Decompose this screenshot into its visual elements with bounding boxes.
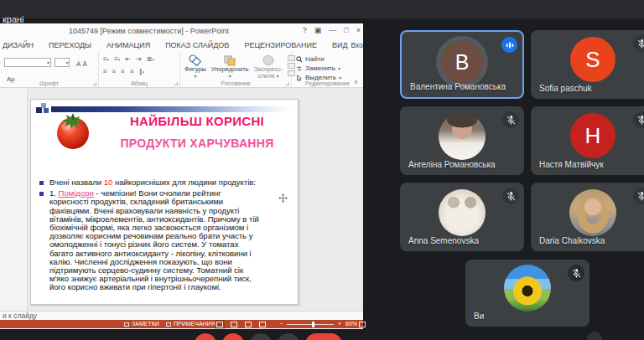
participant-name: Настя Матвійчук [539,160,604,169]
slide-title-line2: ПРОДУКТИ ХАРЧУВАННЯ [101,137,293,150]
avatar: S [570,37,615,82]
tab-design[interactable]: ДИЗАЙН [0,41,41,49]
participant-name: Ангеліна Романовська [408,160,496,169]
find-icon [296,56,303,63]
meet-window: крані 1045749 [Режим совместимости] - Po… [0,0,644,340]
raise-hand-button[interactable] [278,333,299,340]
mic-off-icon [633,35,644,52]
mic-off-icon [502,111,519,128]
slide-body-text: Вчені назвали 10 найкорисніших для людин… [39,178,259,295]
font-dialog-launcher[interactable] [93,82,96,85]
comments-icon [166,322,171,327]
slide-sorter-view-button[interactable] [231,322,237,327]
slide-thumbnails-panel[interactable] [0,88,28,311]
collapse-ribbon-button[interactable]: ∧ [354,79,358,85]
mic-off-icon [633,188,644,204]
slide-canvas[interactable]: НАЙБІЛЬШ КОРИСНІ ПРОДУКТИ ХАРЧУВАННЯ Вче… [30,99,299,305]
avatar: H [570,113,615,158]
more-participants-button[interactable] [587,332,602,340]
replace-button[interactable]: Заменить▾ [296,64,360,72]
ribbon-group-font: ▾ ▾ А́ А̌ Ар Ж К Ч S AV Aa A Шрифт [0,52,99,87]
screen-share-banner-text: крані [3,14,24,24]
justify-button[interactable]: ≡ [130,68,134,76]
mic-off-icon [568,265,584,281]
maximize-button[interactable]: □ [344,26,348,34]
participant-tile[interactable]: Ангеліна Романовська [400,106,524,175]
participant-tile[interactable]: H Настя Матвійчук [531,106,644,175]
tab-animations[interactable]: АНИМАЦИЯ [99,41,158,49]
zoom-slider[interactable] [287,324,334,325]
slideshow-view-button[interactable] [259,322,266,327]
font-size-combo[interactable]: ▾ [55,58,70,67]
zoom-slider-thumb[interactable] [312,322,314,327]
ribbon-tab-bar: ДИЗАЙН ПЕРЕХОДЫ АНИМАЦИЯ ПОКАЗ СЛАЙДОВ Р… [0,39,363,52]
avatar-photo [504,265,551,312]
shapes-button[interactable]: Фигуры▾ [184,54,206,80]
ribbon-group-editing: Найти Заменить▾ Выделить▾ [292,52,363,87]
bullet-list-button[interactable]: ≡▾ [103,55,109,64]
align-right-button[interactable]: ≡ [121,68,125,76]
mic-button[interactable] [195,333,216,340]
ribbon: ▾ ▾ А́ А̌ Ар Ж К Ч S AV Aa A Шрифт [0,52,363,88]
camera-button[interactable] [222,333,244,340]
notes-pane[interactable]: и к слайду [0,311,363,320]
avatar: B [441,41,483,83]
highlight-number: 10 [104,178,113,187]
comments-toggle-button[interactable]: ПРИМЕЧАНИЯ [166,320,216,328]
indent-decrease-button[interactable]: ⇤ [125,55,131,64]
notes-toggle-button[interactable]: ЗАМЕТКИ [124,320,159,328]
participant-tile[interactable]: Anna Semenovska [400,183,524,251]
font-name-combo[interactable]: ▾ [4,58,51,67]
bullet-item: 1. Помідори - чемпіони! Вони очолили рей… [39,189,259,291]
fit-slide-button[interactable] [359,322,366,327]
minimize-button[interactable]: — [329,26,336,34]
leave-call-button[interactable] [305,333,342,340]
align-left-button[interactable]: ≡ [103,68,107,76]
shared-powerpoint-window: 1045749 [Режим совместимости] - PowerPoi… [0,23,363,329]
bullet-marker [39,192,44,196]
slide-title: НАЙБІЛЬШ КОРИСНІ ПРОДУКТИ ХАРЧУВАННЯ [101,114,293,150]
slide-editing-area: НАЙБІЛЬШ КОРИСНІ ПРОДУКТИ ХАРЧУВАННЯ Вче… [0,88,363,311]
ribbon-group-paragraph: ≡▾ ≡▾ ⇤ ⇥ ≣▾ ≡ ≡ ≡ ≡ ∥▾ Абзац [99,52,180,87]
reading-view-button[interactable] [245,322,252,327]
zoom-level: 60% [345,320,357,328]
columns-button[interactable]: ∥▾ [139,68,145,76]
drawing-group-label: Рисование [180,80,291,86]
bullet-text: Вчені назвали 10 найкорисніших для людин… [49,178,256,187]
bullet-item: Вчені назвали 10 найкорисніших для людин… [39,178,259,187]
drawing-dialog-launcher[interactable] [286,82,289,85]
tab-review[interactable]: РЕЦЕНЗИРОВАНИЕ [236,41,325,49]
numbered-list-button[interactable]: ≡▾ [114,55,120,64]
line-spacing-button[interactable]: ≣▾ [147,55,154,64]
participant-name: Валентина Романовська [410,82,506,91]
arrange-icon [223,54,236,66]
participant-name: Daria Chaikovska [539,236,605,245]
notes-icon [124,322,129,327]
powerpoint-titlebar: 1045749 [Режим совместимости] - PowerPoi… [0,23,363,39]
zoom-in-button[interactable]: + [338,320,341,328]
quick-styles-button[interactable]: Экспресс- стили ▾ [254,54,283,80]
participant-tile[interactable]: B Валентина Романовська [400,30,524,99]
captions-button[interactable] [250,333,272,340]
bullet-text: 1. Помідори - чемпіони! Вони очолили рей… [49,189,259,291]
tab-transitions[interactable]: ПЕРЕХОДЫ [41,41,99,49]
help-button[interactable]: ? [303,26,307,34]
find-button[interactable]: Найти [296,55,360,63]
indent-increase-button[interactable]: ⇥ [136,55,142,64]
participant-tile[interactable]: S Sofia paschuk [531,30,644,99]
ribbon-options-button[interactable]: ▣ [314,26,322,34]
grow-font-button[interactable]: А́ А̌ [76,60,87,68]
sign-in-button[interactable]: Вхо [351,41,363,49]
participant-tile[interactable]: Daria Chaikovska [531,183,644,251]
tab-slideshow[interactable]: ПОКАЗ СЛАЙДОВ [158,41,236,49]
avatar-photo [439,113,486,160]
participant-name: Ви [474,312,484,321]
paragraph-dialog-launcher[interactable] [174,82,178,85]
normal-view-button[interactable] [216,322,223,327]
align-center-button[interactable]: ≡ [112,68,117,76]
close-button[interactable]: × [356,26,361,34]
zoom-out-button[interactable]: − [279,320,283,328]
arrange-button[interactable]: Упорядочить▾ [211,54,249,80]
participant-tile-self[interactable]: Ви [465,260,589,327]
slide-decoration-square [44,108,49,113]
